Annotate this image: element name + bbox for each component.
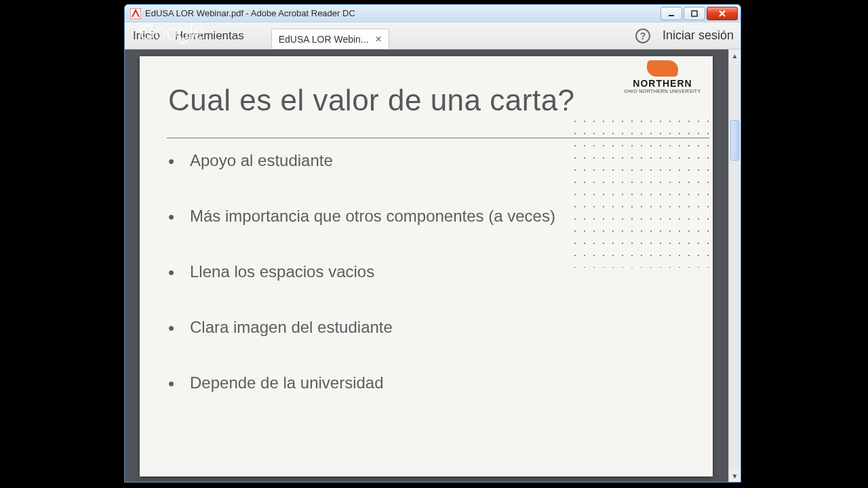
window-title: EdUSA LOR Webinar.pdf - Adobe Acrobat Re…: [145, 8, 355, 18]
app-window: EdUSA LOR Webinar.pdf - Adobe Acrobat Re…: [124, 4, 741, 483]
bullet-list: Apoyo al estudiante Más importancia que …: [168, 151, 684, 429]
scroll-down-icon[interactable]: ▼: [729, 470, 741, 482]
close-tab-icon[interactable]: ×: [376, 34, 382, 45]
maximize-button[interactable]: [684, 7, 705, 20]
close-button[interactable]: [707, 7, 738, 20]
logo-swish-icon: [644, 60, 680, 77]
university-logo: NORTHERN OHIO NORTHERN UNIVERSITY: [622, 60, 703, 94]
svg-rect-2: [692, 11, 697, 16]
tab-inicio[interactable]: Inicio: [133, 29, 160, 43]
logo-name: NORTHERN: [622, 78, 703, 89]
toolbar: Inicio Herramientas EdUSA LOR Webin... ×…: [125, 22, 741, 49]
list-item: Clara imagen del estudiante: [168, 318, 684, 337]
acrobat-icon: [130, 8, 141, 19]
svg-rect-1: [669, 15, 674, 16]
list-item: Más importancia que otros componentes (a…: [168, 207, 684, 226]
scroll-thumb[interactable]: [730, 120, 739, 161]
list-item: Depende de la universidad: [168, 373, 684, 392]
list-item: Apoyo al estudiante: [168, 151, 684, 170]
logo-subtitle: OHIO NORTHERN UNIVERSITY: [622, 89, 703, 94]
minimize-button[interactable]: [660, 7, 682, 20]
scroll-up-icon[interactable]: ▲: [729, 49, 741, 62]
pdf-page: NORTHERN OHIO NORTHERN UNIVERSITY Cual e…: [140, 56, 713, 476]
vertical-scrollbar[interactable]: ▲ ▼: [728, 49, 741, 482]
title-underline: [167, 138, 709, 138]
signin-link[interactable]: Iniciar sesión: [663, 28, 734, 43]
titlebar: EdUSA LOR Webinar.pdf - Adobe Acrobat Re…: [125, 5, 741, 22]
content-area: NORTHERN OHIO NORTHERN UNIVERSITY Cual e…: [125, 49, 741, 482]
tab-herramientas[interactable]: Herramientas: [175, 29, 244, 43]
document-tab-label: EdUSA LOR Webin...: [279, 34, 369, 45]
slide-title: Cual es el valor de una carta?: [168, 83, 575, 117]
document-tab[interactable]: EdUSA LOR Webin... ×: [271, 28, 389, 49]
page-viewport[interactable]: NORTHERN OHIO NORTHERN UNIVERSITY Cual e…: [125, 49, 728, 482]
scroll-track[interactable]: [729, 62, 741, 470]
list-item: Llena los espacios vacios: [168, 262, 684, 281]
help-icon[interactable]: ?: [635, 28, 650, 43]
